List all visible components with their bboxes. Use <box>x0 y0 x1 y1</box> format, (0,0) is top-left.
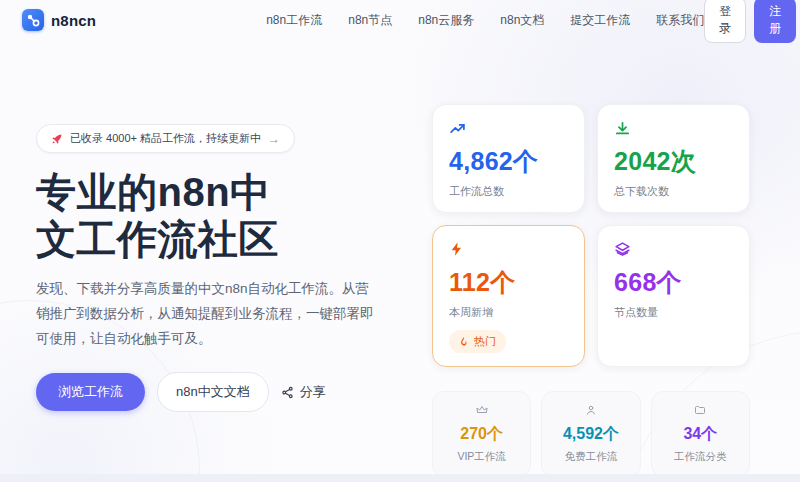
mini-value: 34个 <box>660 424 741 445</box>
next-section-edge <box>0 474 800 482</box>
brand-name: n8ncn <box>51 12 96 29</box>
login-button[interactable]: 登录 <box>704 0 746 43</box>
header-actions: 登录 注册 <box>704 0 800 43</box>
stat-value: 112个 <box>449 266 568 299</box>
users-icon <box>550 403 631 417</box>
download-icon <box>614 119 733 137</box>
stat-label: 本周新增 <box>449 305 568 320</box>
hot-badge-label: 热门 <box>474 334 496 349</box>
stats-section: 4,862个 工作流总数 2042次 总下载次数 112个 本周新增 <box>432 104 750 477</box>
main-nav: n8n工作流 n8n节点 n8n云服务 n8n文档 提交工作流 联系我们 <box>266 12 704 29</box>
share-label: 分享 <box>300 383 326 401</box>
trending-up-icon <box>449 119 568 137</box>
badge-text: 已收录 4000+ 精品工作流，持续更新中 <box>70 131 261 146</box>
stat-card-total-workflows[interactable]: 4,862个 工作流总数 <box>432 104 585 213</box>
mini-value: 4,592个 <box>550 424 631 445</box>
mini-value: 270个 <box>441 424 522 445</box>
stat-value: 668个 <box>614 266 733 299</box>
register-button[interactable]: 注册 <box>754 0 796 43</box>
hero-actions: 浏览工作流 n8n中文文档 分享 <box>36 372 374 412</box>
folder-icon <box>660 403 741 417</box>
hot-badge: 热门 <box>449 330 506 353</box>
nav-item-workflows[interactable]: n8n工作流 <box>266 12 322 29</box>
docs-button[interactable]: n8n中文文档 <box>157 372 269 412</box>
hero-description: 发现、下载并分享高质量的中文n8n自动化工作流。从营销推广到数据分析，从通知提醒… <box>36 277 374 352</box>
mini-card-workflow-categories[interactable]: 34个 工作流分类 <box>651 391 750 477</box>
nav-item-submit[interactable]: 提交工作流 <box>570 12 630 29</box>
mini-stats-row: 270个 VIP工作流 4,592个 免费工作流 34个 工作流分类 <box>432 391 750 477</box>
mini-card-vip-workflows[interactable]: 270个 VIP工作流 <box>432 391 531 477</box>
stat-value: 2042次 <box>614 145 733 178</box>
flame-icon <box>459 336 469 347</box>
nav-item-docs[interactable]: n8n文档 <box>500 12 544 29</box>
stat-label: 工作流总数 <box>449 184 568 199</box>
crown-icon <box>441 403 522 417</box>
nav-item-nodes[interactable]: n8n节点 <box>348 12 392 29</box>
header: n8ncn n8n工作流 n8n节点 n8n云服务 n8n文档 提交工作流 联系… <box>0 0 800 40</box>
workflow-nodes-icon <box>22 9 44 31</box>
share-nodes-icon <box>281 386 294 399</box>
mini-label: VIP工作流 <box>441 450 522 464</box>
nav-item-cloud[interactable]: n8n云服务 <box>418 12 474 29</box>
announcement-badge[interactable]: 已收录 4000+ 精品工作流，持续更新中 → <box>36 124 295 153</box>
arrow-right-icon: → <box>268 132 280 146</box>
hero-section: 已收录 4000+ 精品工作流，持续更新中 → 专业的n8n中文工作流社区 发现… <box>36 124 374 412</box>
stat-card-node-count[interactable]: 668个 节点数量 <box>597 225 750 367</box>
zap-icon <box>449 240 568 258</box>
mini-label: 免费工作流 <box>550 450 631 464</box>
stats-grid: 4,862个 工作流总数 2042次 总下载次数 112个 本周新增 <box>432 104 750 367</box>
stat-card-total-downloads[interactable]: 2042次 总下载次数 <box>597 104 750 213</box>
page-title: 专业的n8n中文工作流社区 <box>36 169 374 263</box>
browse-workflows-button[interactable]: 浏览工作流 <box>36 373 145 411</box>
rocket-icon <box>51 133 63 145</box>
mini-label: 工作流分类 <box>660 450 741 464</box>
share-button[interactable]: 分享 <box>281 383 326 401</box>
stat-label: 节点数量 <box>614 305 733 320</box>
mini-card-free-workflows[interactable]: 4,592个 免费工作流 <box>541 391 640 477</box>
layers-icon <box>614 240 733 258</box>
stat-card-new-this-week[interactable]: 112个 本周新增 热门 <box>432 225 585 367</box>
nav-item-contact[interactable]: 联系我们 <box>656 12 704 29</box>
brand-logo[interactable]: n8ncn <box>22 9 96 31</box>
stat-value: 4,862个 <box>449 145 568 178</box>
stat-label: 总下载次数 <box>614 184 733 199</box>
